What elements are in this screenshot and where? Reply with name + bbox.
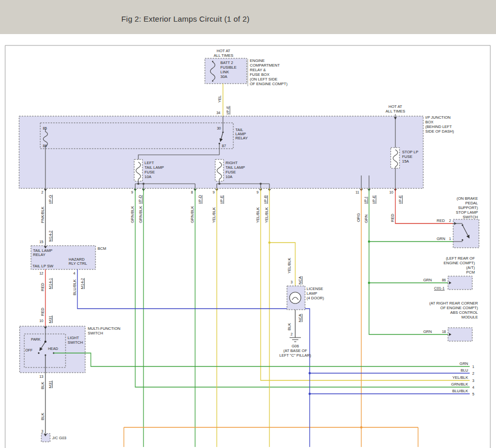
connector-label: M14-2 (80, 278, 85, 289)
connector-label: M14-1 (48, 278, 53, 289)
wire-color-label: RED (40, 283, 45, 291)
left-fuse-label: LEFT (145, 161, 154, 165)
terminal-dot (212, 61, 214, 62)
wire-color-label: GRN (364, 214, 369, 223)
ground-symbol (290, 338, 301, 342)
joint-connector-label: J/C G03 (52, 436, 67, 440)
pcm-box (448, 276, 472, 290)
stop-lamp-switch-label: STOP LAMP (456, 210, 478, 215)
terminal-dot (212, 81, 214, 82)
switch-contact (38, 353, 40, 354)
abs-box (448, 328, 472, 341)
wire-color-label: GRN (423, 278, 432, 282)
right-fuse-label: 10A (226, 174, 232, 179)
junction-dot (360, 426, 362, 428)
wiring-diagram: HOT AT ALL TIMES BATT 2 FUSIBLE LINK 30A… (0, 0, 496, 448)
pin-number: 8 (191, 190, 193, 194)
pin-number: 9 (213, 190, 215, 194)
stop-lamp-switch-label: (ON BRAKE (457, 196, 478, 201)
left-fuse-label: FUSE (145, 170, 155, 174)
right-tail-lamp-fuse-box (215, 159, 223, 181)
relay-pin: 85 (43, 126, 47, 130)
pcm-label: PCM (466, 270, 475, 275)
wire-color-label: GRN/BLK (130, 206, 135, 223)
junction-box-label: BOX (425, 120, 434, 124)
pin-number: 3 (291, 280, 293, 284)
fusible-link-label: 30A (220, 74, 227, 79)
wire-grn-right (369, 188, 453, 334)
pin-number: 3 (41, 429, 43, 433)
pin-number: 5 (472, 392, 474, 396)
connector-label: NCA (298, 276, 302, 284)
wire-color-label: BLK (40, 382, 45, 389)
hot-at-all-times-label: ALL TIMES (386, 109, 405, 114)
pin-number: 13 (39, 375, 43, 378)
relay-name-label: RELAY (235, 136, 248, 140)
stop-fuse-label: FUSE (402, 154, 412, 159)
engine-fuse-box-label: RELAY & (250, 68, 266, 72)
abs-label: MODULE (461, 315, 478, 319)
pin-number: 10 (39, 319, 43, 323)
engine-fuse-box-label: (ON LEFT SIDE (250, 77, 278, 82)
junction-box-label: I/P JUNCTION (425, 115, 451, 120)
ground-name-label: G06 (292, 344, 299, 348)
left-tail-lamp-fuse-box (134, 159, 142, 181)
ground-location-label: (AT BASE OF (283, 348, 307, 353)
wire-color-label: PNK/BLK (40, 206, 45, 223)
junction-dot (309, 372, 311, 374)
junction-dot (142, 183, 145, 185)
wire-color-label: GRN (459, 361, 468, 366)
pin-number: 9 (131, 190, 133, 194)
stop-fuse-label: 15A (402, 159, 409, 164)
hot-at-all-times-label: HOT AT (217, 49, 231, 53)
pin-number: 12 (39, 271, 43, 275)
wire-color-label: YEL/BLK (212, 207, 216, 223)
junction-dot (260, 183, 262, 185)
abs-label: (AT RIGHT REAR CORNER (429, 301, 478, 306)
wire-color-label: RED (437, 218, 445, 223)
pin-number: 9 (257, 190, 259, 194)
pin-number: 2 (472, 372, 474, 375)
pin-number: 4 (472, 386, 474, 389)
left-fuse-label: TAIL LAMP (145, 165, 164, 170)
pin-number: 10 (389, 190, 393, 194)
abs-label: ABS CONTROL (450, 310, 478, 315)
wire-color-label: BLK (287, 323, 292, 330)
license-lamp-label: LICENSE (307, 286, 323, 291)
pin-number: 11 (356, 190, 359, 194)
connector-label: I/P-E (219, 195, 224, 204)
bcm-inner-label: TAIL LP SW (33, 264, 54, 268)
junction-box-label: SIDE OF DASH) (425, 129, 454, 134)
wire-color-label: YEL/BLK (255, 207, 260, 223)
wire-color-label: GRN (437, 236, 445, 241)
wire-org (124, 188, 418, 447)
engine-fuse-box-label: COMPARTMENT (250, 63, 280, 68)
pin-number: 2 (449, 219, 451, 222)
wire-color-label: YEL/BLK (453, 375, 468, 380)
engine-fuse-box-label: FUSE BOX (250, 72, 269, 77)
left-fuse-label: 10A (145, 174, 151, 179)
connector-label: NCA (298, 314, 302, 322)
ground-location-label: LEFT "C" PILLAR) (279, 353, 311, 358)
wire-grn-park (54, 353, 470, 366)
pin-number: 3 (472, 379, 474, 382)
connector-label: I/P-D (138, 195, 142, 204)
connector-label: I/P-D (198, 195, 202, 204)
fusible-link-label: LINK (220, 70, 229, 74)
pin-number: 4 (73, 271, 75, 275)
right-fuse-label: FUSE (226, 170, 236, 174)
pin-number: 18 (442, 330, 446, 333)
fusible-link-label: FUSIBLE (220, 65, 236, 70)
connector-label: I/P-G (48, 195, 53, 204)
light-switch-label: LIGHT (68, 335, 79, 340)
stop-lamp-switch-label: PEDAL (465, 201, 478, 205)
stop-lamp-switch-label: SUPPORT) (458, 205, 478, 210)
relay-pin: 87 (222, 144, 226, 148)
wire-color-label: BLK (40, 413, 45, 420)
connector-label: I/P-E (398, 195, 403, 204)
bcm-name-label: BCM (98, 246, 106, 251)
wire-color-label: GRN/BLK (138, 206, 143, 223)
wire-color-label: BLU (460, 368, 468, 373)
wire-blublk (77, 269, 470, 447)
stop-lp-fuse-box (391, 148, 399, 168)
